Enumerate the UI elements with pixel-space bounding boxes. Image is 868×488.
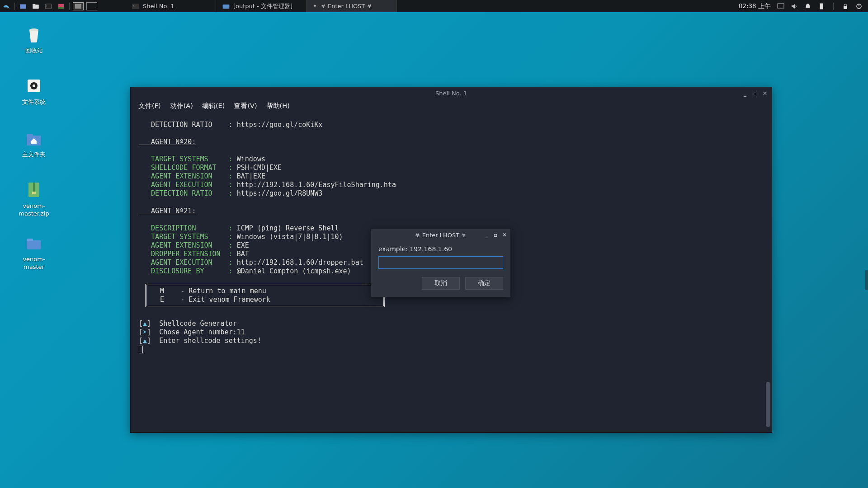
separator [14, 3, 15, 10]
line: TARGET SYSTEMS : Windows (vista|7|8|8.1|… [139, 233, 343, 241]
volume-icon[interactable] [791, 3, 798, 10]
lock-icon[interactable] [842, 3, 849, 10]
menu-edit[interactable]: 编辑(E) [198, 100, 229, 112]
dialog-label: example: 192.168.1.60 [378, 245, 503, 253]
dialog-close-button[interactable]: ✕ [501, 232, 508, 238]
dialog-buttons: 取消 确定 [378, 277, 503, 290]
menu-help[interactable]: 帮助(H) [262, 100, 294, 112]
svg-rect-6 [132, 4, 139, 9]
line: [▲] Enter shellcode settings! [139, 337, 261, 345]
svg-rect-21 [32, 192, 36, 194]
separator [833, 3, 834, 10]
svg-point-13 [29, 28, 38, 31]
window-controls: _ ▫ ✕ [742, 90, 768, 97]
line: AGENT EXTENSION : BAT|EXE [139, 172, 265, 180]
show-desktop-icon[interactable] [17, 0, 29, 12]
terminal-icon[interactable] [42, 0, 55, 12]
minimize-button[interactable]: _ [742, 90, 748, 97]
cursor [139, 346, 143, 353]
kali-menu-icon[interactable] [0, 0, 13, 12]
svg-rect-2 [33, 4, 35, 5]
line: DETECTION RATIO : https://goo.gl/R8UNW3 [139, 189, 322, 197]
icon-label: venom-master [14, 256, 54, 271]
line: DISCLOSURE BY : @Daniel Compton (icmpsh.… [139, 267, 351, 275]
edge-strip[interactable] [865, 270, 868, 290]
line: AGENT EXECUTION : http://192.168.1.60/dr… [139, 258, 363, 267]
app-launcher-icon[interactable] [55, 0, 67, 12]
svg-rect-0 [20, 4, 26, 9]
terminal-menubar: 文件(F) 动作(A) 编辑(E) 查看(V) 帮助(H) [131, 99, 772, 112]
terminal-titlebar[interactable]: Shell No. 1 _ ▫ ✕ [131, 87, 772, 99]
terminal-small-icon [132, 4, 139, 9]
desktop-filesystem-icon[interactable]: 文件系统 [14, 75, 54, 106]
svg-rect-3 [45, 4, 52, 9]
ok-button[interactable]: 确定 [465, 277, 503, 290]
notification-icon[interactable] [804, 3, 811, 10]
line: DETECTION RATIO : https://goo.gl/coKiKx [139, 121, 322, 129]
taskbar-label: ☣ Enter LHOST ☣ [321, 3, 372, 9]
taskbar-item-filemanager[interactable]: [output - 文件管理器] [216, 0, 307, 12]
line: AGENT Nº21: [139, 207, 196, 215]
lhost-input[interactable] [378, 256, 503, 269]
line: DROPPER EXTENSION : BAT [139, 250, 249, 258]
close-button[interactable]: ✕ [762, 90, 768, 97]
window-title: Shell No. 1 [435, 90, 467, 97]
menu-view[interactable]: 查看(V) [230, 100, 261, 112]
svg-rect-23 [27, 239, 33, 241]
taskbar-label: Shell No. 1 [143, 3, 175, 9]
taskbar-item-dialog[interactable]: ✦ ☣ Enter LHOST ☣ [307, 0, 397, 12]
clock[interactable]: 02:38 上午 [739, 2, 771, 10]
svg-rect-10 [844, 6, 847, 9]
dialog-titlebar[interactable]: ☣ Enter LHOST ☣ _ ▫ ✕ [371, 229, 510, 241]
icon-label: venom-master.zip [14, 202, 54, 218]
svg-rect-22 [27, 240, 41, 249]
desktop-folder-icon[interactable]: venom-master [14, 232, 54, 271]
dialog-small-icon: ✦ [313, 3, 317, 9]
folder-small-icon [222, 4, 230, 9]
cancel-button[interactable]: 取消 [422, 277, 460, 290]
svg-point-16 [33, 84, 35, 87]
panel-left: Shell No. 1 [output - 文件管理器] ✦ ☣ Enter L… [0, 0, 397, 12]
scrollbar-thumb[interactable] [766, 382, 770, 427]
line: [▲] Shellcode Generator [139, 319, 237, 328]
display-icon[interactable] [777, 3, 784, 10]
panel-right: 02:38 上午 [739, 2, 868, 10]
line: TARGET SYSTEMS : Windows [139, 155, 265, 163]
desktop-trash-icon[interactable]: 回收站 [14, 23, 54, 55]
menu-line: M - Return to main menu [160, 287, 266, 295]
dialog-controls: _ ▫ ✕ [483, 232, 508, 238]
dialog-body: example: 192.168.1.60 取消 确定 [371, 241, 510, 297]
menu-file[interactable]: 文件(F) [134, 100, 165, 112]
svg-rect-18 [27, 134, 33, 136]
icon-label: 文件系统 [14, 99, 54, 106]
desktop-zip-icon[interactable]: venom-master.zip [14, 179, 54, 218]
line: AGENT Nº20: [139, 138, 196, 146]
maximize-button[interactable]: ▫ [752, 90, 758, 97]
workspace-1[interactable] [73, 2, 84, 10]
line: SHELLCODE FORMAT : PSH-CMD|EXE [139, 164, 282, 172]
dialog-maximize-button[interactable]: ▫ [492, 232, 499, 238]
line: AGENT EXTENSION : EXE [139, 241, 249, 249]
top-panel: Shell No. 1 [output - 文件管理器] ✦ ☣ Enter L… [0, 0, 868, 12]
desktop-home-icon[interactable]: 主文件夹 [14, 127, 54, 159]
line: AGENT EXECUTION : http://192.168.1.60/Ea… [139, 181, 396, 189]
line: [➤] Chose Agent number:11 [139, 328, 245, 336]
dialog-minimize-button[interactable]: _ [483, 232, 490, 238]
separator [69, 3, 70, 10]
file-manager-icon[interactable] [29, 0, 42, 12]
power-icon[interactable] [855, 3, 863, 10]
lhost-dialog: ☣ Enter LHOST ☣ _ ▫ ✕ example: 192.168.1… [371, 229, 511, 297]
workspace-2[interactable] [86, 2, 97, 10]
battery-icon[interactable] [818, 3, 825, 10]
dialog-title: ☣ Enter LHOST ☣ [415, 232, 467, 239]
taskbar-label: [output - 文件管理器] [233, 2, 292, 10]
menu-action[interactable]: 动作(A) [166, 100, 197, 112]
svg-rect-9 [820, 4, 823, 9]
menu-box: M - Return to main menu E - Exit venom F… [145, 284, 385, 307]
icon-label: 主文件夹 [14, 151, 54, 159]
svg-rect-5 [58, 7, 64, 9]
taskbar-item-shell[interactable]: Shell No. 1 [126, 0, 216, 12]
svg-rect-20 [33, 183, 35, 192]
icon-label: 回收站 [14, 47, 54, 55]
line: DESCRIPTION : ICMP (ping) Reverse Shell [139, 224, 339, 232]
